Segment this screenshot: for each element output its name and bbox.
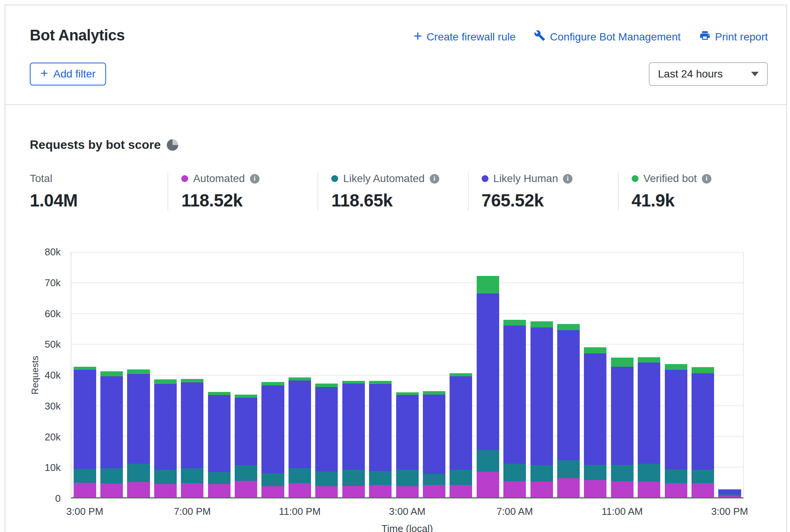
time-range-dropdown[interactable]: Last 24 hours <box>649 62 768 86</box>
header-actions: Create firewall rule Configure Bot Manag… <box>413 30 768 44</box>
bar-segment-likely-automated <box>369 471 392 485</box>
stat-label-row: Likely Automated <box>331 172 468 185</box>
stat-value: 41.9k <box>632 190 768 211</box>
bar-segment-likely-human <box>127 374 150 464</box>
stacked-bar <box>423 252 445 497</box>
bar-slot <box>98 252 125 497</box>
card-body: Requests by bot score Total1.04MAutomate… <box>5 105 786 532</box>
header-row: Bot Analytics Create firewall rule Confi… <box>30 27 768 44</box>
bar-segment-likely-human <box>181 382 203 468</box>
print-report-link[interactable]: Print report <box>699 30 768 44</box>
bar-segment-likely-human <box>665 370 687 469</box>
bar-segment-automated <box>557 478 580 497</box>
bar-slot <box>394 252 421 497</box>
bar-segment-verified-bot <box>477 276 499 293</box>
x-tick-label: 7:00 PM <box>174 506 211 517</box>
stat-label: Likely Automated <box>343 172 424 185</box>
bar-segment-verified-bot <box>342 381 365 384</box>
bar-slot <box>232 252 259 497</box>
bar-slot <box>528 252 555 497</box>
stacked-bar <box>235 252 257 497</box>
bar-segment-verified-bot <box>127 369 150 374</box>
bar-segment-automated <box>396 486 419 497</box>
bar-segment-verified-bot <box>638 357 660 363</box>
bar-segment-likely-human <box>315 387 338 471</box>
stacked-bar <box>557 252 580 497</box>
bar-segment-verified-bot <box>396 392 419 395</box>
bar-slot <box>125 252 152 497</box>
stat-label-row: Likely Human <box>482 172 618 185</box>
bar-segment-likely-human <box>584 353 606 465</box>
bar-segment-automated <box>181 483 203 497</box>
info-icon[interactable] <box>430 174 439 184</box>
create-firewall-rule-label: Create firewall rule <box>427 31 516 43</box>
bar-slot <box>152 252 179 497</box>
bar-slot <box>71 252 98 497</box>
bar-segment-likely-human <box>74 370 96 469</box>
bar-segment-verified-bot <box>154 379 177 384</box>
bar-segment-automated <box>208 484 231 497</box>
bar-segment-verified-bot <box>100 371 123 376</box>
add-filter-button[interactable]: Add filter <box>30 63 106 85</box>
configure-bot-management-link[interactable]: Configure Bot Management <box>534 30 680 44</box>
bar-segment-verified-bot <box>369 381 392 384</box>
info-icon[interactable] <box>563 174 572 184</box>
create-firewall-rule-link[interactable]: Create firewall rule <box>413 30 516 44</box>
y-tick-label: 60k <box>45 308 61 319</box>
y-tick-label: 20k <box>45 431 61 443</box>
plus-icon <box>40 68 48 80</box>
legend-dot <box>331 175 338 182</box>
legend-dot <box>181 175 188 182</box>
stat-label-row: Automated <box>181 172 318 185</box>
bar-segment-automated <box>450 485 472 497</box>
bar-segment-likely-human <box>208 395 231 472</box>
x-tick-label: 11:00 AM <box>601 506 643 517</box>
bar-segment-automated <box>235 481 257 497</box>
bar-segment-likely-human <box>638 363 660 463</box>
bar-segment-likely-automated <box>450 470 472 485</box>
bar-segment-likely-automated <box>208 472 231 484</box>
bar-slot <box>689 252 716 497</box>
bar-segment-likely-automated <box>611 465 634 481</box>
bar-segment-automated <box>342 486 365 497</box>
stat-value: 118.52k <box>181 190 318 211</box>
bar-segment-likely-automated <box>74 469 96 483</box>
x-tick-label: 3:00 PM <box>66 506 103 517</box>
bar-segment-verified-bot <box>692 367 714 373</box>
bar-segment-automated <box>289 483 311 497</box>
legend-dot <box>632 175 638 182</box>
info-icon[interactable] <box>250 174 260 184</box>
bar-segment-likely-human <box>477 293 499 450</box>
bar-segment-automated <box>423 485 445 497</box>
y-axis-labels: 010k20k30k40k50k60k70k80k <box>30 252 66 498</box>
stacked-bar <box>342 252 365 497</box>
stats-row: Total1.04MAutomated118.52kLikely Automat… <box>30 172 768 211</box>
x-tick-label: 7:00 AM <box>497 506 533 517</box>
bar-segment-likely-human <box>423 395 445 474</box>
stacked-bar <box>181 252 203 497</box>
bar-segment-likely-human <box>611 367 634 464</box>
page-title: Bot Analytics <box>30 27 125 44</box>
bar-segment-automated <box>638 482 660 497</box>
filter-row: Add filter Last 24 hours <box>30 62 768 86</box>
stat-label: Automated <box>193 172 245 185</box>
bar-segment-likely-human <box>289 380 311 468</box>
stat-label: Total <box>30 172 52 185</box>
bar-segment-likely-automated <box>315 471 338 486</box>
x-tick-label: 3:00 AM <box>389 506 425 517</box>
bar-segment-automated <box>315 486 338 497</box>
bar-segment-automated <box>718 496 741 497</box>
bar-slot <box>555 252 582 497</box>
stacked-bar <box>638 252 660 497</box>
configure-bot-management-label: Configure Bot Management <box>550 31 680 43</box>
bar-segment-verified-bot <box>611 358 634 367</box>
bar-segment-automated <box>127 482 150 497</box>
bars <box>71 252 743 497</box>
bar-segment-likely-automated <box>154 470 177 484</box>
bar-segment-likely-automated <box>396 470 419 486</box>
bar-segment-verified-bot <box>315 384 338 387</box>
bar-slot <box>421 252 447 497</box>
bar-segment-automated <box>503 481 526 497</box>
info-icon[interactable] <box>702 174 711 184</box>
stacked-bar <box>289 252 311 497</box>
